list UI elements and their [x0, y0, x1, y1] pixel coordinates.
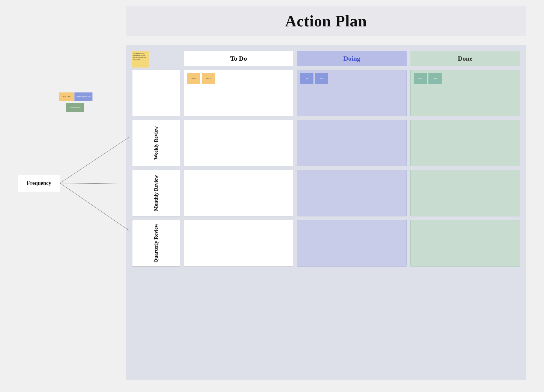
header-doing: Doing	[297, 51, 406, 66]
header-done: Done	[410, 51, 520, 66]
column-headers: To Do Doing Done	[132, 51, 520, 66]
doing-stickies-row1: Task 1 Task 2	[300, 73, 403, 84]
title-banner: Action Plan	[126, 6, 526, 36]
data-rows: Task 2 Task 3 Task 1 Task 2 Task 3 Task …	[132, 70, 520, 267]
sticky-task4-done: Task 4	[428, 73, 442, 84]
table-row: Monthly Review	[132, 170, 520, 216]
cell-todo-row2	[184, 120, 293, 166]
cell-doing-row2	[297, 120, 406, 166]
cell-done-row3	[410, 170, 520, 216]
row-label-empty	[132, 70, 180, 116]
header-todo: To Do	[184, 51, 293, 66]
svg-line-2	[60, 183, 129, 231]
sticky-task1-doing: Task 1	[300, 73, 313, 84]
corner-sticky-text: The amount you're doing needs to keep yo…	[133, 52, 147, 61]
svg-line-1	[60, 183, 129, 184]
frequency-box: Frequency	[18, 174, 60, 192]
svg-line-0	[60, 137, 129, 183]
cell-done-row1: Task 3 Task 4	[410, 70, 520, 116]
table-row: Task 2 Task 3 Task 1 Task 2 Task 3 Task …	[132, 70, 520, 116]
sticky-task2-doing: Task 2	[315, 73, 328, 84]
table-row: Weekly Review	[132, 120, 520, 166]
table-row: Quarterly Review	[132, 220, 520, 267]
cell-todo-row1: Task 2 Task 3	[184, 70, 293, 116]
cell-doing-row4	[297, 220, 406, 267]
float-sticky-inprogress: done in progress	[66, 103, 84, 112]
float-sticky-doing: Doing in progress done	[74, 92, 92, 101]
cell-done-row4	[410, 220, 520, 267]
cell-todo-row3	[184, 170, 293, 216]
todo-stickies-row1: Task 2 Task 3	[187, 73, 290, 84]
cell-done-row2	[410, 120, 520, 166]
cell-todo-row4	[184, 220, 293, 267]
row-label-quarterly: Quarterly Review	[132, 220, 180, 267]
done-stickies-row1: Task 3 Task 4	[414, 73, 517, 84]
cell-doing-row1: Task 1 Task 2	[297, 70, 406, 116]
main-board: The amount you're doing needs to keep yo…	[126, 45, 526, 380]
row-label-weekly: Weekly Review	[132, 120, 180, 166]
row-label-monthly: Monthly Review	[132, 170, 180, 216]
page-title: Action Plan	[285, 12, 367, 30]
corner-sticky-note: The amount you're doing needs to keep yo…	[132, 51, 149, 68]
sticky-task3: Task 3	[202, 73, 215, 84]
float-sticky-todo: To Do Done	[59, 92, 74, 101]
cell-doing-row3	[297, 170, 406, 216]
sticky-task2: Task 2	[187, 73, 200, 84]
sticky-task3-done: Task 3	[414, 73, 427, 84]
